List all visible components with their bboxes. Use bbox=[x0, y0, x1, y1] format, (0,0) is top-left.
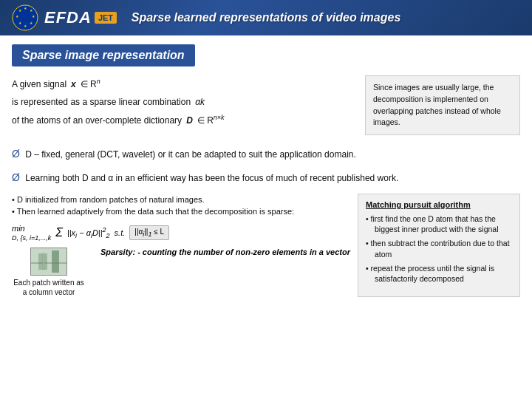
bottom-left: D initialized from random patches of nat… bbox=[12, 194, 358, 297]
match-bullet-2: then subtract the contribution due to th… bbox=[366, 238, 512, 259]
patch-icon-image bbox=[30, 248, 67, 276]
bullet-section-1: Ø D – fixed, general (DCT, wavelet) or i… bbox=[12, 146, 520, 162]
bullet-text-2: Ø Learning both D and α in an efficient … bbox=[12, 169, 520, 185]
efda-logo-text: EFDA bbox=[44, 8, 92, 27]
main-content: Sparse image representation A given sign… bbox=[0, 35, 532, 306]
header-title: Sparse learned representations of video … bbox=[132, 11, 401, 24]
side-note-box: Since images are usually large, the deco… bbox=[365, 75, 520, 135]
formula-prefix-2: is represented as a sparse linear combin… bbox=[12, 95, 191, 111]
min-subscript: D, {s, i=1,...,k bbox=[12, 234, 51, 242]
eu-logo-icon: ★ ★ ★ ★ ★ ★ ★ ★ bbox=[12, 4, 38, 31]
bottom-area: D initialized from random patches of nat… bbox=[12, 194, 520, 297]
formula-var-x: x bbox=[71, 77, 76, 93]
top-area: A given signal x ∈ Rn is represented as … bbox=[12, 75, 520, 135]
patch-image-svg bbox=[31, 248, 66, 276]
matching-pursuit-title: Matching pursuit algorithm bbox=[366, 200, 512, 209]
formula-var-d: D bbox=[186, 113, 193, 129]
formula-set-3: ∈ Rn×k bbox=[197, 112, 225, 129]
logo-area: ★ ★ ★ ★ ★ ★ ★ ★ EFDA JET bbox=[12, 4, 117, 31]
patch-item-2: Sparsity: - counting the number of non-z… bbox=[100, 248, 350, 297]
matching-pursuit-box: Matching pursuit algorithm first find th… bbox=[358, 194, 520, 297]
svg-rect-12 bbox=[31, 262, 66, 264]
match-bullet-1: first find the one D atom that has the b… bbox=[366, 214, 512, 235]
min-label: min D, {s, i=1,...,k bbox=[12, 224, 51, 242]
svg-rect-11 bbox=[52, 250, 59, 273]
sub-bullet-1: D initialized from random patches of nat… bbox=[12, 194, 350, 206]
svg-rect-13 bbox=[43, 253, 44, 270]
header-bar: ★ ★ ★ ★ ★ ★ ★ ★ EFDA JET Sparse learned … bbox=[0, 0, 532, 35]
svg-rect-9 bbox=[31, 248, 66, 276]
formula-area: A given signal x ∈ Rn is represented as … bbox=[12, 75, 356, 135]
section-title: Sparse image representation bbox=[12, 44, 195, 66]
patch-captions: Each patch written as a column vector Sp… bbox=[12, 248, 350, 297]
formula-prefix-3: of the atoms of an over-complete diction… bbox=[12, 113, 182, 129]
formula-norm-box: ||αi||1 ≤ L bbox=[129, 225, 169, 240]
bullet-section-2: Ø Learning both D and α in an efficient … bbox=[12, 169, 520, 185]
patch-label-1: Each patch written as a column vector bbox=[12, 278, 86, 297]
jet-logo-text: JET bbox=[95, 12, 117, 24]
bullet-arrow-1: Ø bbox=[12, 148, 20, 160]
formula-st: s.t. bbox=[115, 228, 126, 237]
sparsity-label: Sparsity: - counting the number of non-z… bbox=[100, 248, 350, 256]
match-bullet-3: repeat the process until the signal is s… bbox=[366, 263, 512, 284]
formula-line-1: A given signal x ∈ Rn bbox=[12, 75, 356, 93]
formula-prefix-1: A given signal bbox=[12, 77, 66, 93]
min-formula: min D, {s, i=1,...,k Σ ||xi − αiD||22 s.… bbox=[12, 224, 350, 242]
formula-norm-expr: ||xi − αiD||22 bbox=[67, 226, 110, 239]
match-bullets-list: first find the one D atom that has the b… bbox=[366, 214, 512, 284]
bullet-text-1: Ø D – fixed, general (DCT, wavelet) or i… bbox=[12, 146, 520, 162]
sub-bullets-list: D initialized from random patches of nat… bbox=[12, 194, 350, 218]
patch-item-1: Each patch written as a column vector bbox=[12, 248, 86, 297]
bullet-arrow-2: Ø bbox=[12, 171, 20, 183]
formula-alpha: αk bbox=[195, 95, 205, 111]
formula-line-2: is represented as a sparse linear combin… bbox=[12, 95, 356, 111]
formula-set-1: ∈ Rn bbox=[81, 75, 100, 93]
sub-bullet-2: Then learned adaptively from the data su… bbox=[12, 205, 350, 218]
formula-line-3: of the atoms of an over-complete diction… bbox=[12, 112, 356, 129]
formula-sigma: Σ bbox=[55, 226, 63, 239]
